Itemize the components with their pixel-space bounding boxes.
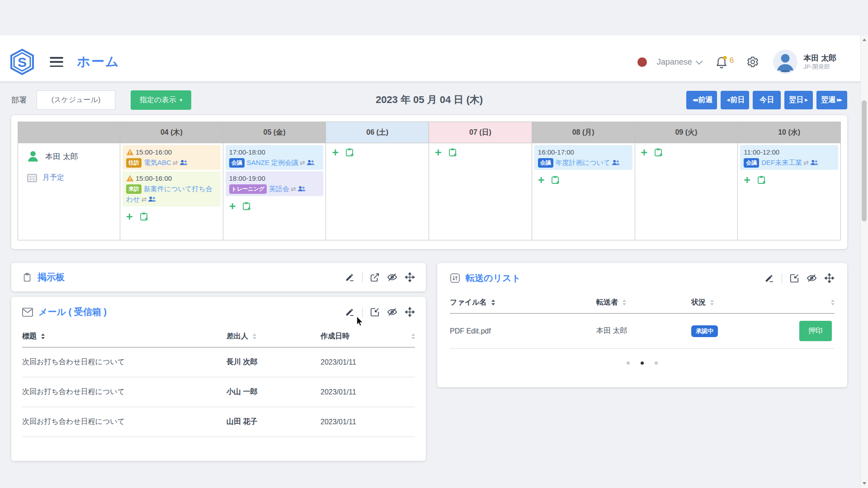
sort-icon[interactable]: [41, 333, 45, 339]
sort-icon[interactable]: [710, 300, 714, 305]
month-schedule-link[interactable]: 月予定: [27, 173, 120, 183]
event-type-badge: 往訪: [126, 158, 142, 168]
add-schedule-icon[interactable]: +: [435, 148, 442, 157]
column-header-status[interactable]: 状況: [691, 298, 792, 307]
event-link[interactable]: 英語会: [269, 185, 289, 192]
pagination-dot[interactable]: [627, 361, 630, 365]
event-link[interactable]: 電気ABC: [144, 159, 171, 166]
external-link-icon[interactable]: [370, 272, 380, 282]
board-panel-title[interactable]: 掲示板: [38, 271, 65, 283]
bell-icon: [715, 55, 728, 69]
add-schedule-icon[interactable]: +: [332, 148, 339, 157]
main-header: S ホーム Japanese 6 本田 太郎 J: [0, 35, 868, 81]
move-icon[interactable]: [405, 272, 415, 282]
gear-icon[interactable]: [746, 56, 759, 68]
language-label: Japanese: [657, 57, 692, 67]
event-link[interactable]: SANZE 定例会議: [247, 159, 298, 166]
add-from-template-icon[interactable]: [654, 147, 664, 157]
scrollbar-thumb[interactable]: [862, 100, 867, 221]
schedule-event: 17:00-18:00 会議SANZE 定例会議⇄: [226, 145, 324, 170]
member-link[interactable]: 本田 太郎: [27, 150, 120, 162]
prev-day-button[interactable]: ◀前日: [721, 91, 749, 109]
user-name: 本田 太郎: [803, 53, 836, 63]
scroll-down-arrow-icon[interactable]: [863, 482, 866, 485]
pagination-dot-active[interactable]: [641, 361, 644, 365]
hide-eye-off-icon[interactable]: [807, 273, 817, 283]
hide-eye-off-icon[interactable]: [387, 307, 397, 317]
add-schedule-icon[interactable]: +: [126, 212, 133, 221]
add-schedule-icon[interactable]: +: [744, 175, 750, 184]
page-scrollbar[interactable]: [860, 35, 868, 488]
column-header-subject[interactable]: 標題: [22, 332, 226, 341]
add-from-template-icon[interactable]: [139, 211, 149, 221]
schedule-selector[interactable]: (スケジュール): [37, 90, 115, 110]
warning-icon: [126, 175, 134, 182]
transfer-row[interactable]: PDF Edit.pdf 本田 太郎 承認中 押印: [450, 314, 835, 349]
import-icon[interactable]: [370, 307, 380, 317]
day-cell-06: +: [326, 143, 429, 240]
add-schedule-icon[interactable]: +: [641, 148, 648, 157]
add-schedule-row: +: [429, 144, 531, 161]
mail-panel-title[interactable]: メール ( 受信箱 ): [38, 306, 107, 318]
app-logo[interactable]: S: [10, 48, 34, 75]
add-schedule-icon[interactable]: +: [538, 175, 545, 184]
transfer-panel-title[interactable]: 転送のリスト: [466, 272, 521, 284]
sort-icon[interactable]: [623, 300, 626, 305]
column-header-forwarder[interactable]: 転送者: [596, 298, 691, 307]
event-link[interactable]: DEF未来工業: [761, 159, 802, 166]
language-selector[interactable]: Japanese: [657, 57, 702, 67]
move-icon[interactable]: [405, 307, 415, 317]
display-options-button[interactable]: 指定の表示 ▾: [131, 90, 191, 110]
mail-date: 2023/01/11: [321, 358, 415, 366]
today-button[interactable]: 今日: [753, 91, 781, 109]
mail-row[interactable]: 次回お打ち合わせ日程について 長川 次郎 2023/01/11: [22, 347, 415, 377]
add-from-template-icon[interactable]: [551, 175, 561, 185]
column-header-action[interactable]: [792, 300, 835, 305]
avatar[interactable]: [773, 49, 798, 75]
edit-icon[interactable]: [345, 307, 355, 317]
next-week-button[interactable]: 翌週▶▶: [816, 91, 847, 109]
members-icon: [179, 160, 188, 165]
stamp-button[interactable]: 押印: [799, 321, 832, 341]
next-day-button[interactable]: 翌日▶: [784, 91, 813, 109]
pagination-dot[interactable]: [655, 361, 658, 365]
mail-row[interactable]: 次回お打ち合わせ日程について 山田 花子 2023/01/11: [22, 407, 415, 437]
mail-subject: 次回お打ち合わせ日程について: [22, 357, 226, 367]
add-schedule-row: +: [121, 208, 222, 225]
hide-eye-off-icon[interactable]: [387, 272, 397, 282]
column-header-date[interactable]: 作成日時: [321, 332, 415, 341]
sort-icon[interactable]: [491, 300, 495, 305]
prev-week-button[interactable]: ◀◀前週: [686, 91, 717, 109]
add-from-template-icon[interactable]: [345, 147, 355, 157]
event-link[interactable]: 年度計画について: [556, 159, 610, 166]
member-header-cell: [18, 122, 120, 143]
day-header-04: 04 (木): [120, 122, 223, 143]
column-header-filename[interactable]: ファイル名: [450, 298, 596, 307]
warning-icon: [126, 149, 134, 155]
day-header-05: 05 (金): [223, 122, 326, 143]
add-from-template-icon[interactable]: [757, 175, 767, 185]
sort-icon[interactable]: [831, 300, 835, 305]
add-from-template-icon[interactable]: [448, 147, 458, 157]
edit-icon[interactable]: [345, 272, 355, 282]
column-header-sender[interactable]: 差出人: [226, 332, 321, 341]
members-icon: [612, 160, 620, 165]
sort-icon[interactable]: [253, 333, 256, 339]
add-schedule-row: +: [636, 144, 737, 161]
members-icon: [148, 196, 156, 202]
menu-icon[interactable]: [50, 57, 63, 67]
edit-icon[interactable]: [764, 273, 774, 283]
move-icon[interactable]: [824, 273, 835, 283]
add-schedule-icon[interactable]: +: [229, 202, 236, 211]
event-type-badge: 会議: [538, 158, 553, 168]
notifications-button[interactable]: 6: [715, 55, 734, 69]
import-icon[interactable]: [789, 273, 799, 283]
divider: [782, 273, 782, 283]
notification-badge-dot: [723, 56, 726, 60]
mouse-cursor: [356, 316, 364, 327]
add-from-template-icon[interactable]: [242, 201, 252, 211]
mail-row[interactable]: 次回お打ち合わせ日程について 小山 一郎 2023/01/11: [22, 377, 415, 407]
language-status-dot: [637, 57, 647, 67]
sort-icon[interactable]: [411, 333, 415, 339]
scroll-up-arrow-icon[interactable]: [863, 38, 866, 41]
